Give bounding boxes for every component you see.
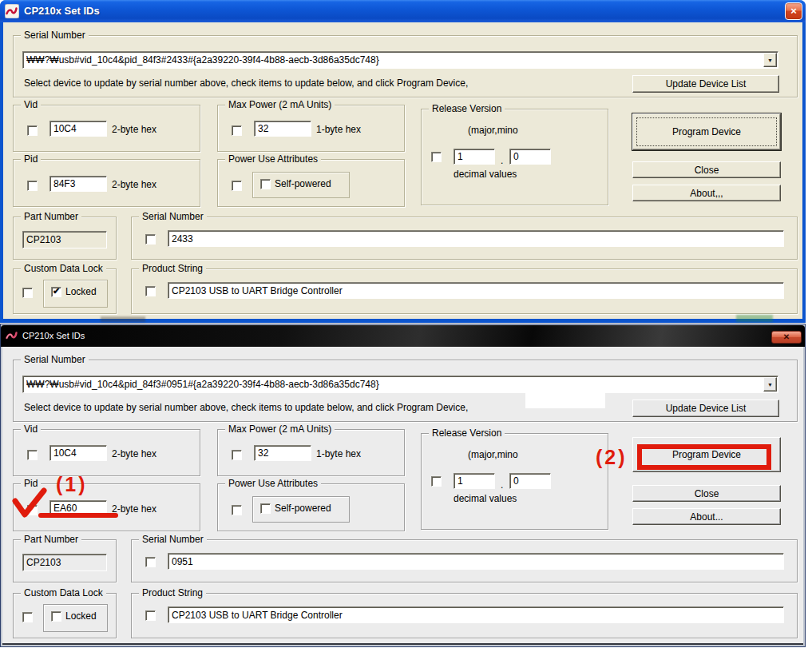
- version-separator: .: [501, 479, 503, 491]
- close-icon: ×: [790, 5, 797, 17]
- window-title: CP210x Set IDs: [24, 5, 100, 17]
- group-label: Part Number: [21, 211, 81, 222]
- group-label: Power Use Attributes: [225, 153, 321, 165]
- part-number-field: [22, 231, 107, 248]
- silabs-logo-icon: [6, 329, 18, 342]
- vid-checkbox[interactable]: [27, 125, 38, 136]
- vid-input[interactable]: [50, 121, 107, 137]
- close-button[interactable]: ✕: [771, 331, 802, 344]
- product-string-input[interactable]: [168, 282, 784, 299]
- product-string-checkbox[interactable]: [145, 610, 156, 621]
- release-version-checkbox[interactable]: [431, 476, 442, 487]
- about-button[interactable]: About,,,: [632, 185, 781, 201]
- dropdown-button[interactable]: ▼: [763, 53, 777, 67]
- max-power-input[interactable]: [254, 121, 311, 137]
- release-version-hint: decimal values: [454, 169, 517, 180]
- update-device-list-button[interactable]: Update Device List: [632, 400, 779, 417]
- max-power-hint: 1-byte hex: [316, 448, 361, 459]
- locked-checkbox[interactable]: [51, 611, 61, 622]
- serial-string-input[interactable]: [168, 230, 784, 247]
- group-label: Serial Number: [21, 354, 89, 365]
- group-label: Custom Data Lock: [21, 263, 106, 274]
- close-dialog-button[interactable]: Close: [632, 161, 781, 178]
- about-button[interactable]: About...: [632, 508, 781, 525]
- release-version-checkbox[interactable]: [431, 152, 442, 162]
- serial-string-checkbox[interactable]: [145, 557, 156, 567]
- group-label: Vid: [21, 423, 41, 435]
- whiteout-patch: [525, 390, 605, 408]
- version-major-input[interactable]: [454, 149, 495, 165]
- locked-checkbox[interactable]: ✔: [51, 287, 61, 297]
- version-minor-input[interactable]: [509, 149, 551, 165]
- locked-label: Locked: [65, 610, 97, 622]
- vid-hint: 2-byte hex: [112, 448, 156, 459]
- self-powered-checkbox[interactable]: [260, 503, 271, 514]
- serial-number-combo[interactable]: ▼: [22, 376, 778, 393]
- pid-hint: 2-byte hex: [112, 503, 156, 515]
- close-dialog-button[interactable]: Close: [632, 485, 781, 502]
- max-power-checkbox[interactable]: [232, 450, 242, 460]
- background-artifact: [101, 316, 145, 322]
- custom-data-lock-checkbox[interactable]: [22, 288, 33, 298]
- version-minor-input[interactable]: [509, 473, 551, 489]
- self-powered-checkbox[interactable]: [260, 179, 271, 189]
- background-artifact: [736, 315, 773, 322]
- self-powered-label: Self-powered: [275, 503, 331, 514]
- group-label: Pid: [21, 153, 41, 165]
- max-power-checkbox[interactable]: [232, 125, 242, 136]
- group-label: Part Number: [21, 534, 81, 545]
- product-string-checkbox[interactable]: [145, 286, 156, 296]
- red-underline-annotation: [38, 513, 118, 518]
- serial-number-combo[interactable]: ▼: [22, 51, 778, 69]
- group-label: Vid: [21, 99, 41, 110]
- chevron-down-icon: ▼: [767, 382, 773, 388]
- power-use-checkbox[interactable]: [232, 505, 242, 515]
- group-label: Serial Number: [139, 211, 207, 222]
- instruction-text: Select device to update by serial number…: [24, 402, 468, 413]
- update-device-list-button[interactable]: Update Device List: [632, 75, 779, 93]
- group-label: Serial Number: [21, 30, 89, 41]
- custom-data-lock-checkbox[interactable]: [22, 612, 33, 622]
- window-title: CP210x Set IDs: [22, 331, 85, 340]
- silabs-logo-icon: [5, 4, 19, 18]
- pid-input[interactable]: [50, 176, 107, 192]
- power-use-checkbox[interactable]: [232, 181, 242, 191]
- vid-checkbox[interactable]: [27, 450, 38, 460]
- max-power-hint: 1-byte hex: [316, 124, 361, 135]
- max-power-input[interactable]: [254, 445, 311, 461]
- serial-number-combo-input[interactable]: [22, 51, 778, 69]
- close-icon: ✕: [783, 332, 790, 341]
- serial-string-input[interactable]: [168, 553, 784, 570]
- version-separator: .: [501, 155, 503, 166]
- red-rect-annotation: [637, 444, 771, 470]
- release-version-sublabel: (major,mino: [468, 449, 518, 460]
- group-label: Product String: [139, 587, 206, 598]
- program-device-button[interactable]: Program Device: [632, 113, 781, 150]
- locked-label: Locked: [65, 286, 97, 297]
- titlebar-top[interactable]: CP210x Set IDs ×: [0, 0, 806, 22]
- dropdown-button[interactable]: ▼: [763, 377, 777, 392]
- serial-string-checkbox[interactable]: [145, 234, 156, 245]
- release-version-sublabel: (major,mino: [468, 125, 518, 136]
- self-powered-label: Self-powered: [275, 178, 331, 189]
- group-label: Release Version: [429, 427, 505, 439]
- vid-input[interactable]: [50, 445, 107, 461]
- chevron-down-icon: ▼: [767, 58, 773, 63]
- group-label: Max Power (2 mA Units): [225, 99, 335, 110]
- annotation-step1: (1): [56, 473, 88, 496]
- product-string-input[interactable]: [168, 606, 784, 623]
- serial-number-combo-input[interactable]: [22, 376, 778, 393]
- version-major-input[interactable]: [454, 473, 495, 489]
- group-label: Serial Number: [139, 534, 207, 545]
- group-label: Max Power (2 mA Units): [225, 423, 335, 435]
- vid-hint: 2-byte hex: [112, 124, 156, 135]
- release-version-hint: decimal values: [454, 493, 517, 504]
- pid-hint: 2-byte hex: [112, 179, 156, 190]
- close-button[interactable]: ×: [785, 2, 802, 20]
- group-label: Product String: [139, 263, 206, 274]
- pid-checkbox[interactable]: [27, 181, 38, 191]
- annotation-step2: (2): [596, 446, 628, 469]
- set-ids-dialog-bottom: CP210x Set IDs ✕ Serial Number ▼ Select …: [0, 324, 806, 647]
- titlebar-bottom[interactable]: CP210x Set IDs ✕: [1, 325, 805, 347]
- instruction-text: Select device to update by serial number…: [24, 78, 468, 89]
